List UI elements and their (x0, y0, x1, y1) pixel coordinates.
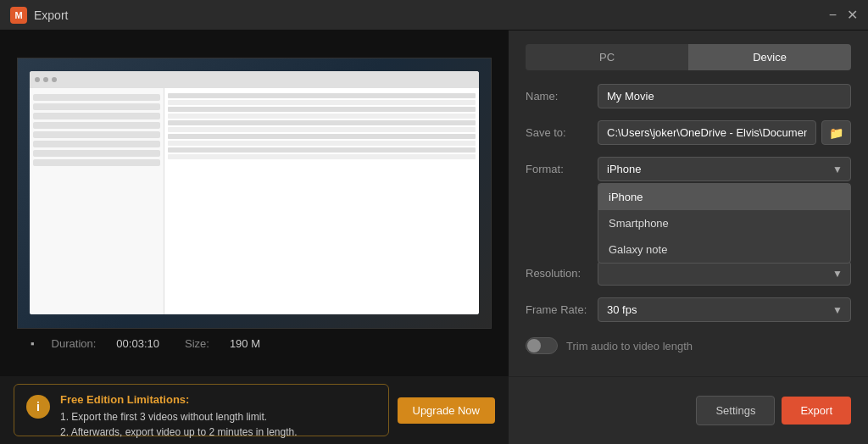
video-info: ▪ Duration: 00:03:10 Size: 190 M (14, 337, 260, 350)
main-area: ▪ Duration: 00:03:10 Size: 190 M PC Devi… (0, 31, 868, 376)
sidebar-item-6 (33, 141, 160, 147)
notification-item-2: 2. Afterwards, export video up to 2 minu… (60, 425, 376, 440)
browser-dot-2 (43, 77, 48, 82)
save-to-row: Save to: 📁 (526, 120, 851, 145)
app-icon: M (10, 7, 27, 24)
frame-rate-select-wrapper: 30 fps ▼ (598, 297, 851, 322)
resolution-label: Resolution: (526, 267, 598, 280)
content-row-5 (168, 120, 476, 125)
bottom-left: i Free Edition Limitations: 1. Export th… (0, 376, 509, 444)
size-value: 190 M (230, 337, 260, 350)
tab-row: PC Device (526, 44, 851, 70)
save-to-input[interactable] (598, 120, 816, 145)
sidebar-item-8 (33, 159, 160, 166)
name-label: Name: (526, 90, 598, 103)
toggle-thumb (527, 339, 541, 352)
bottom-bar: i Free Edition Limitations: 1. Export th… (0, 376, 868, 444)
duration-value: 00:03:10 (116, 337, 159, 350)
browser-dot (35, 77, 40, 82)
content-row-4 (168, 114, 476, 119)
save-to-input-group: 📁 (598, 120, 851, 145)
duration-label: Duration: (52, 337, 97, 350)
preview-panel: ▪ Duration: 00:03:10 Size: 190 M (0, 31, 509, 376)
content-row-10 (168, 154, 476, 159)
content-row-9 (168, 147, 476, 153)
browser-content (30, 88, 479, 314)
content-row-2 (168, 100, 476, 105)
resolution-select[interactable] (598, 261, 851, 286)
export-button[interactable]: Export (782, 397, 851, 425)
close-button[interactable]: ✕ (847, 8, 858, 22)
trim-toggle-row: Trim audio to video length (526, 337, 851, 354)
tab-pc[interactable]: PC (526, 44, 688, 70)
content-row-7 (168, 134, 476, 139)
bottom-right: Settings Export (509, 376, 868, 444)
trim-toggle[interactable] (526, 337, 558, 354)
notification-content: Free Edition Limitations: 1. Export the … (60, 393, 376, 440)
format-select-wrapper: iPhone Smartphone Galaxy note ▼ (598, 157, 851, 181)
settings-button[interactable]: Settings (696, 396, 775, 425)
tab-device[interactable]: Device (688, 44, 851, 70)
trim-label: Trim audio to video length (566, 340, 693, 352)
frame-rate-select[interactable]: 30 fps (598, 297, 851, 322)
info-icon: i (26, 395, 50, 419)
browse-button[interactable]: 📁 (821, 120, 851, 145)
dropdown-item-smartphone[interactable]: Smartphone (598, 210, 850, 236)
name-row: Name: (526, 84, 851, 108)
title-bar: M Export − ✕ (0, 0, 868, 31)
sidebar-item-4 (33, 122, 160, 129)
sidebar-item-3 (33, 113, 160, 119)
size-label: Size: (185, 337, 209, 350)
dropdown-item-iphone[interactable]: iPhone (598, 184, 850, 210)
content-row-6 (168, 127, 476, 132)
content-row-1 (168, 93, 476, 98)
content-row-3 (168, 107, 476, 112)
browser-mock (30, 71, 479, 314)
browser-sidebar (30, 88, 164, 314)
preview-screen (18, 58, 491, 328)
resolution-select-wrapper: ▼ (598, 261, 851, 286)
dropdown-item-galaxy[interactable]: Galaxy note (598, 236, 850, 263)
notification-box: i Free Edition Limitations: 1. Export th… (14, 384, 389, 436)
settings-panel: PC Device Name: Save to: 📁 Format: iPhon… (509, 31, 868, 376)
sidebar-item-5 (33, 131, 160, 138)
frame-rate-label: Frame Rate: (526, 303, 598, 316)
window-title: Export (34, 8, 68, 22)
sidebar-item-1 (33, 94, 160, 101)
film-icon: ▪ (31, 337, 35, 350)
format-dropdown: iPhone Smartphone Galaxy note (598, 183, 851, 264)
sidebar-item-2 (33, 103, 160, 110)
sidebar-item-7 (33, 150, 160, 157)
browser-main (164, 88, 479, 314)
browser-bar (30, 71, 479, 88)
save-to-label: Save to: (526, 126, 598, 139)
browser-dot-3 (52, 77, 57, 82)
notification-item-1: 1. Export the first 3 videos without len… (60, 409, 376, 425)
format-label: Format: (526, 163, 598, 175)
window-controls: − ✕ (829, 8, 858, 22)
minimize-button[interactable]: − (829, 8, 837, 22)
format-select[interactable]: iPhone Smartphone Galaxy note (598, 157, 851, 181)
folder-icon: 📁 (829, 126, 843, 140)
notification-title: Free Edition Limitations: (60, 393, 376, 406)
video-preview (17, 58, 492, 329)
upgrade-button[interactable]: Upgrade Now (398, 397, 496, 424)
frame-rate-row: Frame Rate: 30 fps ▼ (526, 297, 851, 322)
name-input[interactable] (598, 84, 851, 108)
resolution-row: Resolution: ▼ (526, 261, 851, 286)
content-row-8 (168, 141, 476, 146)
format-row: Format: iPhone Smartphone Galaxy note ▼ … (526, 157, 851, 181)
